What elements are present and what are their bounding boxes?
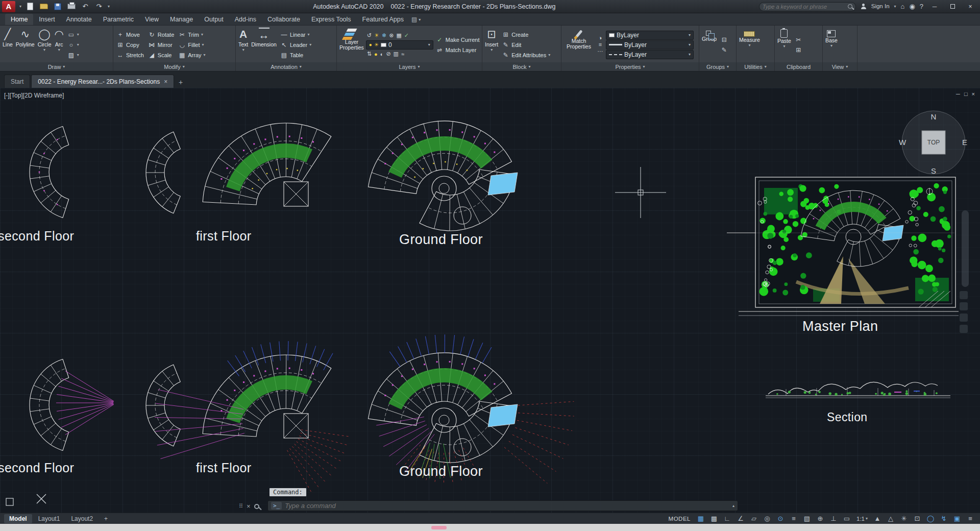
ribbon-collapse-button[interactable]: ▤▾ <box>411 16 421 25</box>
lineweight-icon[interactable]: ≡ <box>788 515 799 522</box>
orbit-icon[interactable] <box>960 325 968 333</box>
zoom-icon[interactable] <box>960 313 968 322</box>
annotation-monitor-icon[interactable]: ⊡ <box>912 515 923 522</box>
create-block-button[interactable]: ⊞Create <box>500 30 552 39</box>
command-input[interactable] <box>285 502 729 510</box>
move-button[interactable]: +Move <box>115 30 145 39</box>
dynamic-input-icon[interactable]: ▭ <box>841 515 852 522</box>
label-second-floor-top[interactable]: second Floor <box>0 229 74 244</box>
autoscale-icon[interactable]: △ <box>885 515 896 522</box>
new-layout-button[interactable]: + <box>99 514 113 523</box>
save-button[interactable] <box>53 2 63 12</box>
circle-button[interactable]: ◯Circle▾ <box>37 27 53 62</box>
panel-label-view[interactable]: View▾ <box>823 62 857 71</box>
annotation-visibility-icon[interactable]: ▲ <box>872 515 883 522</box>
edit-attributes-button[interactable]: ✎Edit Attributes▾ <box>500 50 552 60</box>
navigation-bar[interactable] <box>962 210 969 287</box>
fillet-button[interactable]: ◡Fillet▾ <box>177 40 207 50</box>
drawing-canvas[interactable]: TOP N W E S <box>0 88 980 513</box>
sign-in-link[interactable]: Sign In <box>871 4 890 10</box>
mirror-button[interactable]: ⋈Mirror <box>146 40 176 50</box>
new-file-button[interactable] <box>25 2 35 12</box>
color-list-icon[interactable]: ◑ <box>599 35 602 41</box>
panel-label-annotation[interactable]: Annotation▾ <box>236 62 336 71</box>
command-bar[interactable]: >_ ▴ <box>267 500 738 511</box>
annotation-scale-button[interactable]: 1:1 ▾ <box>854 516 870 522</box>
arc-button[interactable]: ◠Arc▾ <box>53 27 64 62</box>
layout1-tab[interactable]: Layout1 <box>33 514 65 523</box>
ribbon-tab-manage[interactable]: Manage <box>164 14 199 25</box>
panel-label-properties[interactable]: Properties▾ <box>561 62 699 71</box>
line-button[interactable]: ╱Line <box>2 27 14 62</box>
model-tab[interactable]: Model <box>4 514 32 523</box>
graphics-performance-icon[interactable]: ↯ <box>938 515 949 522</box>
minimize-button[interactable]: ─ <box>928 1 941 12</box>
cut-button[interactable]: ✂ <box>793 35 804 44</box>
ribbon-tab-collaborate[interactable]: Collaborate <box>262 14 306 25</box>
label-first-floor-top[interactable]: first Floor <box>196 229 252 244</box>
leader-button[interactable]: ↖Leader▾ <box>279 40 313 50</box>
grid-icon[interactable]: ▦ <box>695 515 706 522</box>
lineweight-select[interactable]: ByLayer▾ <box>606 40 694 50</box>
isolate-objects-icon[interactable]: ◯ <box>925 515 936 522</box>
workspace-gear-icon[interactable]: ✳ <box>898 515 910 522</box>
viewport-restore-icon[interactable]: □ <box>964 91 968 97</box>
panel-label-utilities[interactable]: Utilities▾ <box>737 62 774 71</box>
command-drag-handle[interactable]: ⠿ <box>239 503 243 510</box>
copy-button[interactable]: ⊞Copy <box>115 40 145 50</box>
ribbon-tab-home[interactable]: Home <box>5 14 33 25</box>
command-customize-icon[interactable] <box>254 504 259 509</box>
ribbon-tab-output[interactable]: Output <box>199 14 229 25</box>
layer-freeze-icon[interactable]: ❄ <box>382 32 386 39</box>
label-first-floor-bottom[interactable]: first Floor <box>196 461 252 475</box>
isodraft-icon[interactable]: ▱ <box>748 515 760 522</box>
panel-label-draw[interactable]: Draw▾ <box>0 62 113 71</box>
layer-off-icon[interactable]: ↺ <box>367 32 372 39</box>
group-button[interactable]: Group <box>701 27 718 62</box>
ungroup-button[interactable]: ⊟ <box>719 35 729 44</box>
ribbon-tab-insert[interactable]: Insert <box>33 14 60 25</box>
model-space-label[interactable]: MODEL <box>666 516 693 522</box>
layer-walk-icon[interactable]: ▦ <box>396 32 401 39</box>
label-master-plan[interactable]: Master Plan <box>802 319 878 334</box>
viewcube-top-face[interactable]: TOP <box>927 139 940 146</box>
app-logo-button[interactable]: A <box>2 1 15 12</box>
plan-first-floor-bottom[interactable] <box>155 341 349 492</box>
ellipse-button[interactable]: ○▾ <box>66 40 81 50</box>
group-edit-button[interactable]: ✎ <box>719 45 729 55</box>
ribbon-tab-featured-apps[interactable]: Featured Apps <box>357 14 409 25</box>
object-color-select[interactable]: ByLayer▾ <box>606 31 694 40</box>
search-field[interactable] <box>759 2 856 11</box>
layer-delete-icon[interactable]: ⊘ <box>386 51 390 57</box>
app-store-icon[interactable]: ⌂ <box>901 3 905 10</box>
redo-button[interactable]: ↷ <box>94 2 104 12</box>
viewport-controls[interactable]: [-][Top][2D Wireframe] <box>4 92 64 99</box>
command-close-icon[interactable]: × <box>247 502 251 510</box>
layer-lock-icon[interactable]: ⊗ <box>389 32 394 39</box>
drawing-area[interactable]: TOP N W E S [-][Top][2D Wireframe] ─ □ ×… <box>0 88 980 513</box>
trim-button[interactable]: ✂Trim▾ <box>177 30 207 39</box>
compass-west[interactable]: W <box>899 138 906 147</box>
layer-bulb-icon[interactable]: ● <box>374 51 378 57</box>
file-tab-start[interactable]: Start <box>4 75 30 88</box>
viewcube-compass[interactable]: TOP N W E S <box>899 111 967 175</box>
transparency-icon[interactable]: ▧ <box>801 515 813 522</box>
alerts-icon[interactable]: ◉ <box>909 3 915 10</box>
layer-merge-icon[interactable]: ◐ <box>380 51 384 57</box>
compass-north[interactable]: N <box>931 112 937 121</box>
dimension-button[interactable]: ↔Dimension <box>250 27 278 62</box>
plan-wing-bottom[interactable] <box>146 365 180 446</box>
rectangle-button[interactable]: ▭▾ <box>66 30 81 39</box>
layer-select[interactable]: ● ☀ 0 ▾ <box>366 40 433 50</box>
app-menu-arrow-icon[interactable]: ▾ <box>19 5 21 9</box>
lineweight-list-icon[interactable]: ≡ <box>599 41 602 47</box>
sign-in-arrow-icon[interactable]: ▾ <box>894 5 896 9</box>
panel-label-groups[interactable]: Groups▾ <box>699 62 736 71</box>
ortho-icon[interactable]: ∟ <box>722 515 733 522</box>
viewport-minimize-icon[interactable]: ─ <box>956 91 960 97</box>
text-button[interactable]: AText▾ <box>237 27 249 62</box>
search-input[interactable] <box>763 4 845 10</box>
plan-second-floor-bottom[interactable] <box>30 359 114 451</box>
polar-tracking-icon[interactable]: ∠ <box>735 515 746 522</box>
new-tab-button[interactable]: + <box>175 77 186 88</box>
